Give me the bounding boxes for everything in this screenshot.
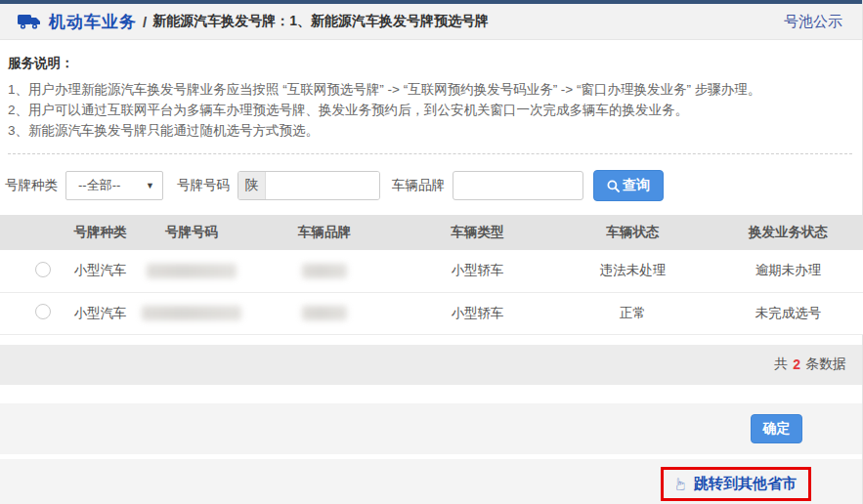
search-icon	[607, 180, 620, 192]
brand-input[interactable]	[453, 171, 583, 200]
row1-radio-button[interactable]	[35, 262, 51, 277]
spacer	[0, 385, 862, 403]
confirm-band: 确定	[0, 403, 862, 454]
service-note-2: 2、用户可以通过互联网平台为多辆车办理预选号牌、换发业务预约后，到公安机关窗口一…	[8, 100, 852, 120]
jump-link-label: 跳转到其他省市	[694, 475, 797, 493]
row2-vehicle-type: 小型轿车	[403, 292, 552, 334]
col-vehicle-status: 车辆状态	[552, 215, 713, 250]
vehicle-table: 号牌种类 号牌号码 车辆品牌 车辆类型 车辆状态 换发业务状态 小型汽车 小型轿…	[0, 215, 863, 335]
service-note-1: 1、用户办理新能源汽车换发号牌业务应当按照 “互联网预选号牌” -> “互联网预…	[8, 79, 852, 100]
row1-plate-type: 小型汽车	[64, 250, 137, 292]
row1-plate-number-redacted	[147, 264, 237, 278]
row1-renew-status: 逾期未办理	[713, 250, 863, 292]
header-bar: 机动车业务 / 新能源汽车换发号牌：1、新能源汽车换发号牌预选号牌 号池公示	[0, 4, 862, 40]
search-button[interactable]: 查询	[593, 170, 664, 201]
section-title: 机动车业务	[49, 11, 137, 33]
page-title: 新能源汽车换发号牌：1、新能源汽车换发号牌预选号牌	[152, 13, 489, 30]
plate-number-label: 号牌号码	[177, 177, 230, 194]
service-note-3: 3、新能源汽车换发号牌只能通过随机选号方式预选。	[8, 120, 852, 141]
count-prefix: 共	[774, 356, 788, 373]
filter-bar: 号牌种类 --全部-- ▼ 号牌号码 陕 车辆品牌 查询	[0, 154, 862, 215]
row2-brand-redacted	[302, 306, 347, 320]
hand-pointer-icon: ☞	[672, 477, 689, 491]
plate-number-group: 陕	[237, 171, 380, 200]
pool-announcement-link[interactable]: 号池公示	[784, 13, 842, 31]
chevron-down-icon: ▼	[146, 181, 154, 190]
plate-type-select[interactable]: --全部-- ▼	[65, 171, 163, 200]
plate-type-label: 号牌种类	[5, 177, 58, 194]
row2-radio-button[interactable]	[35, 304, 51, 319]
table-row[interactable]: 小型汽车 小型轿车 违法未处理 逾期未办理	[0, 250, 863, 292]
row1-vehicle-type: 小型轿车	[403, 250, 552, 292]
row2-vehicle-status: 正常	[552, 292, 713, 334]
row1-vehicle-status: 违法未处理	[552, 250, 713, 292]
jump-to-other-province-link[interactable]: ☞ 跳转到其他省市	[661, 467, 811, 501]
col-brand: 车辆品牌	[246, 215, 403, 250]
plate-prefix: 陕	[238, 172, 266, 199]
record-count: 2	[793, 357, 800, 372]
col-renew-status: 换发业务状态	[713, 215, 863, 250]
radio-column-header	[0, 215, 64, 250]
row2-renew-status: 未完成选号	[713, 292, 863, 334]
service-notes: 服务说明： 1、用户办理新能源汽车换发号牌业务应当按照 “互联网预选号牌” ->…	[0, 40, 862, 154]
brand-label: 车辆品牌	[392, 177, 445, 194]
plate-number-input[interactable]	[266, 172, 379, 199]
search-button-label: 查询	[623, 177, 650, 194]
plate-type-selected-value: --全部--	[78, 177, 120, 194]
row2-plate-number-redacted	[142, 306, 241, 320]
page: 机动车业务 / 新能源汽车换发号牌：1、新能源汽车换发号牌预选号牌 号池公示 服…	[0, 0, 863, 504]
col-plate-type: 号牌种类	[64, 215, 137, 250]
confirm-button[interactable]: 确定	[751, 414, 802, 443]
count-suffix: 条数据	[805, 356, 846, 373]
service-notes-title: 服务说明：	[8, 55, 852, 72]
row1-brand-redacted	[302, 264, 347, 278]
col-vehicle-type: 车辆类型	[403, 215, 552, 250]
col-plate-number: 号牌号码	[137, 215, 246, 250]
row2-plate-type: 小型汽车	[64, 292, 137, 334]
jump-band: ☞ 跳转到其他省市	[0, 459, 862, 504]
record-count-bar: 共 2 条数据	[0, 345, 862, 385]
table-header-row: 号牌种类 号牌号码 车辆品牌 车辆类型 车辆状态 换发业务状态	[0, 215, 863, 250]
table-row[interactable]: 小型汽车 小型轿车 正常 未完成选号	[0, 292, 863, 334]
truck-icon	[18, 13, 41, 30]
breadcrumb-separator: /	[143, 14, 147, 30]
